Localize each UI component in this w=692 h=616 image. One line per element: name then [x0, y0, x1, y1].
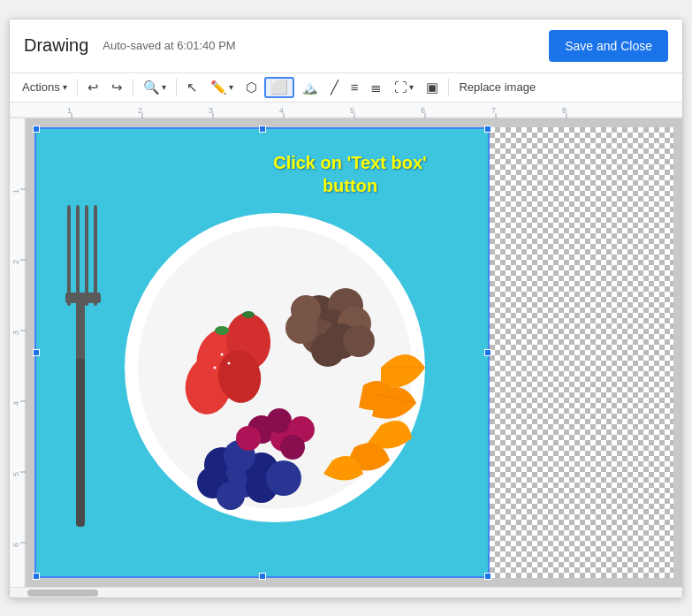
svg-text:7: 7 [491, 106, 496, 115]
actions-menu-button[interactable]: Actions ▾ [17, 77, 72, 97]
svg-rect-32 [67, 209, 71, 306]
handle-bottom-center[interactable] [259, 573, 266, 580]
svg-text:3: 3 [11, 330, 20, 334]
svg-point-73 [343, 325, 375, 357]
handle-top-right[interactable] [484, 125, 491, 133]
list-button[interactable]: ≣ [365, 77, 387, 97]
actions-chevron-icon: ▾ [63, 82, 67, 92]
svg-rect-40 [65, 293, 101, 303]
line-tool-button[interactable]: ╱ [325, 77, 344, 97]
replace-image-label: Replace image [459, 80, 536, 94]
svg-point-75 [291, 295, 321, 325]
svg-text:2: 2 [138, 106, 142, 115]
app-window: Drawing Auto-saved at 6:01:40 PM Save an… [9, 19, 683, 598]
header: Drawing Auto-saved at 6:01:40 PM Save an… [10, 19, 682, 73]
svg-point-53 [267, 408, 292, 433]
svg-point-62 [228, 361, 231, 364]
svg-text:3: 3 [209, 106, 213, 115]
header-left: Drawing Auto-saved at 6:01:40 PM [24, 35, 236, 56]
cursor-icon: ↖ [186, 80, 198, 94]
handle-middle-right[interactable] [484, 349, 491, 356]
top-ruler: // inline SVG ticks rendered below 1 2 3… [10, 103, 682, 118]
svg-rect-30 [76, 350, 85, 527]
svg-point-50 [217, 482, 245, 510]
zoom-button[interactable]: 🔍 ▾ [138, 77, 171, 97]
bowl-svg [107, 164, 443, 544]
image-background: Click on 'Text box' button [36, 129, 488, 576]
toolbar: Actions ▾ ↩ ↪ 🔍 ▾ ↖ ✏️ ▾ ⬡ [10, 73, 682, 103]
image-tool-button[interactable]: 🏔️ [296, 77, 323, 97]
svg-text:2: 2 [11, 259, 20, 263]
svg-text:4: 4 [279, 106, 284, 115]
svg-rect-35 [94, 209, 97, 306]
replace-image-button[interactable]: Replace image [453, 77, 541, 97]
select-tool-button[interactable]: ↖ [181, 77, 203, 97]
svg-point-74 [311, 333, 345, 367]
svg-point-63 [214, 366, 217, 369]
app-title: Drawing [24, 35, 88, 56]
pen-icon: ✏️ [210, 80, 227, 94]
align-button[interactable]: ≡ [346, 77, 364, 97]
svg-text:1: 1 [11, 188, 20, 193]
redo-button[interactable]: ↪ [106, 77, 128, 97]
handle-top-center[interactable] [259, 125, 266, 133]
handle-bottom-left[interactable] [33, 573, 40, 580]
svg-point-65 [242, 311, 255, 318]
svg-point-36 [67, 205, 71, 212]
image-icon: 🏔️ [301, 80, 318, 94]
drawing-surface: Click on 'Text box' button [34, 127, 673, 578]
toolbar-divider-4 [448, 79, 449, 96]
horizontal-scrollbar[interactable] [10, 587, 682, 597]
fork-svg [49, 156, 111, 544]
undo-button[interactable]: ↩ [82, 77, 104, 97]
svg-text:6: 6 [421, 106, 425, 115]
zoom-chevron-icon: ▾ [162, 82, 166, 92]
toolbar-divider-1 [77, 79, 78, 96]
frame-button[interactable]: ▣ [421, 77, 444, 97]
ruler-svg: // inline SVG ticks rendered below 1 2 3… [10, 103, 682, 118]
redo-icon: ↪ [111, 80, 123, 94]
scrollbar-thumb[interactable] [27, 589, 98, 597]
crop-icon: ⛶ [394, 80, 407, 94]
svg-text:5: 5 [11, 471, 20, 475]
undo-icon: ↩ [87, 80, 99, 94]
handle-bottom-right[interactable] [484, 573, 491, 580]
svg-text:6: 6 [11, 542, 20, 546]
line-icon: ╱ [331, 80, 338, 94]
svg-point-38 [85, 205, 88, 212]
pen-tool-button[interactable]: ✏️ ▾ [205, 77, 239, 97]
svg-point-39 [94, 205, 97, 212]
svg-rect-34 [85, 209, 88, 306]
crop-button[interactable]: ⛶ ▾ [389, 77, 419, 97]
textbox-tool-button[interactable]: ⬜ [264, 77, 294, 98]
list-icon: ≣ [370, 80, 382, 94]
actions-label: Actions [22, 80, 60, 94]
handle-middle-left[interactable] [33, 349, 40, 356]
save-close-button[interactable]: Save and Close [549, 30, 668, 62]
annotation: Click on 'Text box' button [262, 151, 438, 197]
svg-point-61 [221, 353, 224, 355]
svg-rect-33 [76, 209, 80, 306]
toolbar-divider-2 [133, 79, 133, 96]
svg-rect-31 [76, 297, 85, 359]
svg-point-55 [280, 435, 305, 460]
selected-image[interactable]: Click on 'Text box' button [34, 127, 490, 578]
svg-text:8: 8 [562, 106, 567, 115]
svg-point-37 [76, 205, 80, 212]
align-icon: ≡ [351, 80, 359, 94]
svg-point-56 [236, 426, 261, 451]
shape-tool-button[interactable]: ⬡ [240, 77, 262, 97]
pen-chevron-icon: ▾ [229, 82, 233, 92]
svg-text:4: 4 [11, 400, 20, 405]
transparent-area [490, 127, 673, 578]
left-ruler-svg: 1 2 3 4 5 6 [10, 118, 26, 587]
frame-icon: ▣ [426, 80, 438, 94]
shape-icon: ⬡ [246, 80, 257, 94]
handle-top-left[interactable] [33, 125, 40, 133]
svg-text:1: 1 [67, 106, 72, 115]
svg-text:5: 5 [350, 106, 354, 115]
canvas-container: 1 2 3 4 5 6 [10, 118, 682, 587]
canvas-wrapper[interactable]: Click on 'Text box' button [26, 118, 682, 587]
toolbar-divider-3 [176, 79, 177, 96]
ruler-marks-container: // inline SVG ticks rendered below 1 2 3… [10, 103, 682, 118]
